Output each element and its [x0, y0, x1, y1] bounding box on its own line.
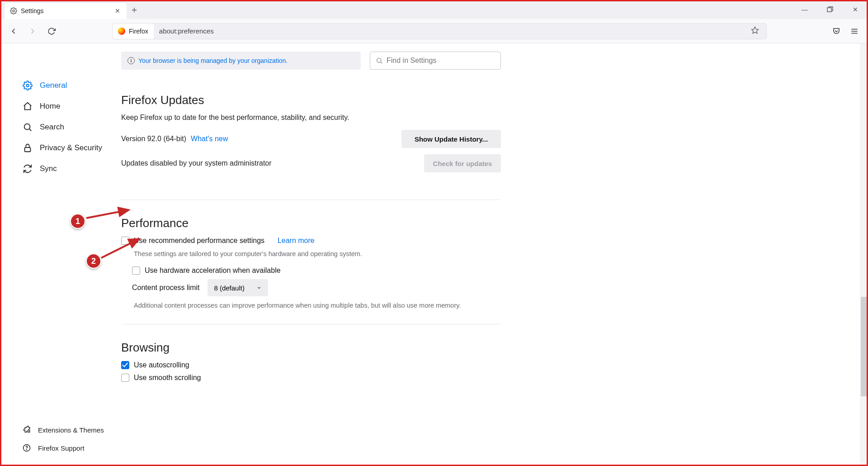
- vertical-scrollbar[interactable]: [860, 43, 868, 466]
- recommended-settings-checkbox[interactable]: [121, 237, 129, 245]
- whats-new-link[interactable]: What's new: [191, 135, 228, 143]
- forward-button[interactable]: [24, 23, 41, 39]
- sidebar-item-label: Home: [40, 102, 60, 111]
- performance-learn-more-link[interactable]: Learn more: [278, 237, 315, 245]
- sync-icon: [23, 164, 33, 174]
- gear-icon: [23, 81, 33, 90]
- scrollbar-thumb[interactable]: [861, 297, 867, 396]
- autoscroll-label: Use autoscrolling: [134, 361, 189, 369]
- browsing-heading: Browsing: [121, 341, 501, 355]
- titlebar: Settings ✕ ＋ — ✕: [0, 0, 868, 19]
- browser-tab[interactable]: Settings ✕: [5, 3, 127, 19]
- hw-accel-label: Use hardware acceleration when available: [145, 266, 281, 275]
- info-icon: i: [127, 57, 135, 64]
- url-text: about:preferences: [159, 27, 751, 35]
- bookmark-star-icon[interactable]: [751, 26, 761, 36]
- nav-toolbar: Firefox about:preferences: [0, 19, 868, 43]
- back-button[interactable]: [5, 23, 22, 39]
- process-help-text: Additional content processes can improve…: [134, 301, 501, 310]
- sidebar-item-support[interactable]: Firefox Support: [23, 439, 111, 457]
- managed-info-bar: i Your browser is being managed by your …: [121, 52, 361, 70]
- svg-rect-9: [25, 147, 31, 152]
- updates-heading: Firefox Updates: [121, 93, 501, 107]
- sidebar-item-search[interactable]: Search: [23, 117, 118, 138]
- svg-point-7: [24, 124, 30, 130]
- tab-title: Settings: [21, 7, 113, 14]
- sidebar-item-label: Sync: [40, 164, 57, 173]
- settings-sidebar: General Home Search Privacy & Security S…: [0, 43, 118, 466]
- maximize-button[interactable]: [817, 0, 843, 19]
- process-limit-row: Content process limit 8 (default): [132, 279, 501, 296]
- sidebar-item-label: Extensions & Themes: [38, 426, 104, 434]
- settings-search-input[interactable]: [387, 57, 495, 65]
- new-tab-button[interactable]: ＋: [127, 0, 142, 19]
- tab-close-button[interactable]: ✕: [113, 6, 122, 15]
- help-icon: [23, 444, 31, 452]
- autoscroll-checkbox[interactable]: [121, 361, 129, 369]
- gear-icon: [10, 7, 17, 14]
- search-icon: [23, 122, 33, 132]
- sidebar-item-privacy[interactable]: Privacy & Security: [23, 138, 118, 158]
- url-identity-box[interactable]: Firefox: [112, 23, 154, 39]
- svg-rect-1: [827, 8, 831, 12]
- sidebar-item-label: General: [40, 81, 67, 90]
- show-update-history-button[interactable]: Show Update History...: [401, 130, 501, 148]
- process-limit-label: Content process limit: [132, 284, 199, 292]
- close-window-button[interactable]: ✕: [843, 0, 868, 19]
- recommended-settings-row: Use recommended performance settings Lea…: [121, 237, 501, 245]
- updates-intro: Keep Firefox up to date for the best per…: [121, 114, 501, 122]
- recommended-help-text: These settings are tailored to your comp…: [134, 249, 501, 258]
- svg-line-13: [381, 62, 382, 63]
- section-divider: [121, 324, 501, 324]
- sidebar-item-label: Firefox Support: [38, 444, 85, 452]
- smooth-scroll-checkbox[interactable]: [121, 374, 129, 382]
- autoscroll-row: Use autoscrolling: [121, 361, 501, 369]
- process-limit-value: 8 (default): [214, 284, 245, 292]
- url-identity-label: Firefox: [129, 28, 148, 35]
- app-menu-button[interactable]: [846, 23, 863, 39]
- svg-point-6: [26, 84, 29, 87]
- sidebar-item-label: Search: [40, 123, 64, 132]
- smooth-scroll-label: Use smooth scrolling: [134, 374, 201, 382]
- save-to-pocket-button[interactable]: [828, 23, 844, 39]
- managed-info-link[interactable]: Your browser is being managed by your or…: [138, 57, 288, 64]
- chevron-down-icon: [256, 285, 262, 290]
- hw-accel-row: Use hardware acceleration when available: [132, 266, 501, 275]
- recommended-settings-label: Use recommended performance settings: [134, 237, 264, 245]
- process-limit-select[interactable]: 8 (default): [208, 279, 268, 296]
- section-divider: [121, 200, 501, 200]
- settings-search-box[interactable]: [370, 52, 501, 70]
- reload-button[interactable]: [43, 23, 60, 39]
- sidebar-item-extensions[interactable]: Extensions & Themes: [23, 421, 111, 439]
- svg-line-8: [29, 129, 31, 131]
- search-icon: [376, 57, 383, 64]
- url-bar[interactable]: about:preferences: [154, 23, 767, 39]
- svg-marker-2: [752, 27, 759, 33]
- updates-disabled-text: Updates disabled by your system administ…: [121, 159, 272, 167]
- version-text: Version 92.0 (64-bit): [121, 135, 186, 143]
- svg-point-12: [377, 58, 381, 62]
- minimize-button[interactable]: —: [792, 0, 817, 19]
- svg-point-11: [27, 449, 27, 450]
- firefox-logo-icon: [118, 28, 125, 35]
- home-icon: [23, 101, 33, 111]
- smooth-scroll-row: Use smooth scrolling: [121, 374, 501, 382]
- puzzle-icon: [23, 426, 31, 434]
- window-controls: — ✕: [792, 0, 868, 19]
- check-for-updates-button: Check for updates: [424, 154, 501, 172]
- lock-icon: [23, 143, 33, 153]
- sidebar-item-home[interactable]: Home: [23, 96, 118, 117]
- sidebar-item-general[interactable]: General: [23, 75, 118, 96]
- svg-point-0: [13, 10, 14, 12]
- hw-accel-checkbox[interactable]: [132, 266, 140, 275]
- sidebar-item-label: Privacy & Security: [40, 143, 102, 152]
- sidebar-item-sync[interactable]: Sync: [23, 158, 118, 179]
- performance-heading: Performance: [121, 216, 501, 230]
